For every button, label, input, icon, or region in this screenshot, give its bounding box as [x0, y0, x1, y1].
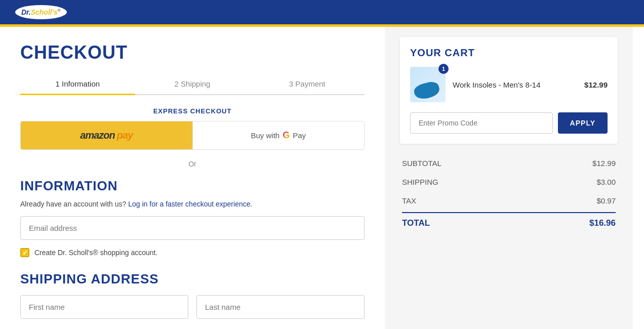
shipping-value: $3.00 [596, 178, 616, 186]
tax-row: TAX $0.97 [402, 191, 616, 210]
subtotal-value: $12.99 [592, 159, 616, 168]
create-account-label: Create Dr. Scholl's® shopping account. [34, 249, 157, 257]
create-account-row: Create Dr. Scholl's® shopping account. [20, 248, 365, 257]
logo[interactable]: Dr.Scholl's® [15, 5, 67, 19]
login-prompt: Already have an account with us? Log in … [20, 200, 365, 208]
cart-title: YOUR CART [410, 47, 608, 59]
page-title: CHECKOUT [20, 42, 365, 63]
promo-code-input[interactable] [410, 112, 553, 134]
promo-row: APPLY [410, 112, 608, 134]
total-row: TOTAL $16.96 [402, 212, 616, 233]
shipping-label: SHIPPING [402, 178, 438, 186]
subtotal-row: SUBTOTAL $12.99 [402, 154, 616, 173]
step-shipping[interactable]: 2 Shipping [135, 73, 250, 94]
left-column: CHECKOUT 1 Information 2 Shipping 3 Paym… [0, 27, 385, 329]
create-account-checkbox[interactable] [20, 248, 29, 257]
login-link[interactable]: Log in for a faster checkout experience. [128, 200, 252, 208]
logo-text: Dr.Scholl's® [21, 8, 61, 16]
name-row [20, 295, 365, 327]
total-value: $16.96 [589, 218, 616, 228]
express-checkout-buttons: amazon pay Buy with G Pay [20, 121, 365, 150]
tax-label: TAX [402, 196, 416, 205]
main-container: CHECKOUT 1 Information 2 Shipping 3 Paym… [0, 27, 644, 329]
express-checkout-label: EXPRESS CHECKOUT [20, 107, 365, 115]
total-label: TOTAL [402, 218, 430, 228]
step-information[interactable]: 1 Information [20, 73, 135, 94]
shipping-address-title: SHIPPING ADDRESS [20, 271, 365, 287]
shipping-row: SHIPPING $3.00 [402, 173, 616, 191]
last-name-input[interactable] [196, 295, 365, 319]
amazon-pay-button[interactable]: amazon pay [21, 121, 193, 149]
buy-with-text: Buy with [251, 131, 279, 140]
information-section-title: INFORMATION [20, 178, 365, 194]
or-divider: Or [20, 160, 365, 168]
cart-item: 1 Work Insoles - Men's 8-14 $12.99 [410, 67, 608, 102]
cart-box: YOUR CART 1 Work Insoles - Men's 8-14 $1… [400, 37, 618, 144]
first-name-input[interactable] [20, 295, 188, 319]
google-pay-button[interactable]: Buy with G Pay [193, 121, 365, 149]
totals-section: SUBTOTAL $12.99 SHIPPING $3.00 TAX $0.97… [400, 154, 618, 233]
apply-promo-button[interactable]: APPLY [558, 112, 608, 134]
right-column: YOUR CART 1 Work Insoles - Men's 8-14 $1… [385, 27, 633, 329]
tax-value: $0.97 [596, 196, 616, 205]
google-pay-text: Pay [293, 131, 306, 140]
step-payment[interactable]: 3 Payment [250, 73, 365, 94]
subtotal-label: SUBTOTAL [402, 159, 441, 168]
google-g-icon: G [283, 130, 290, 141]
cart-item-image: 1 [410, 67, 446, 102]
checkout-steps: 1 Information 2 Shipping 3 Payment [20, 73, 365, 95]
amazon-pay-logo: amazon pay [80, 130, 133, 141]
cart-item-price: $12.99 [584, 80, 608, 89]
email-input[interactable] [20, 216, 365, 240]
cart-item-badge: 1 [438, 64, 449, 74]
site-header: Dr.Scholl's® [0, 0, 644, 27]
cart-item-name: Work Insoles - Men's 8-14 [453, 80, 577, 89]
